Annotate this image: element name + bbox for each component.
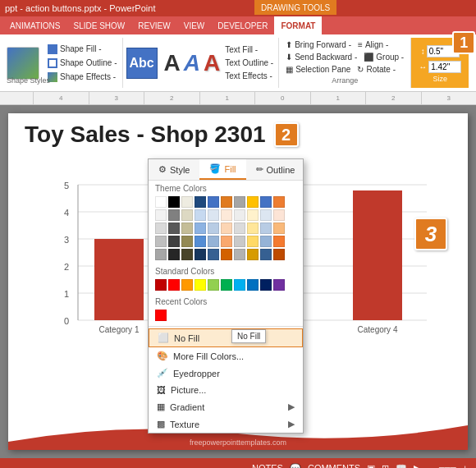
bar-1[interactable] <box>94 239 144 320</box>
slideshow-icon[interactable]: ▶ <box>414 463 420 469</box>
color-swatch[interactable] <box>208 236 219 247</box>
color-swatch[interactable] <box>208 249 219 260</box>
shape-fill-button[interactable]: Shape Fill - <box>46 44 119 55</box>
color-swatch[interactable] <box>273 196 285 208</box>
fill-tab-outline[interactable]: ✏ Outline <box>246 159 305 180</box>
color-swatch[interactable] <box>181 223 193 234</box>
color-swatch[interactable] <box>221 209 232 221</box>
tab-animations[interactable]: ANIMATIONS <box>3 16 66 34</box>
color-swatch[interactable] <box>273 279 285 291</box>
color-swatch[interactable] <box>234 249 245 260</box>
bar-4[interactable] <box>353 190 402 320</box>
color-swatch[interactable] <box>168 249 180 260</box>
color-swatch[interactable] <box>234 223 245 234</box>
tab-format[interactable]: FORMAT <box>274 16 322 34</box>
align-button[interactable]: ≡ Align - <box>356 39 390 50</box>
color-swatch[interactable] <box>208 279 219 291</box>
texture-item[interactable]: ▩ Texture ▶ <box>149 415 303 433</box>
color-swatch[interactable] <box>260 236 272 247</box>
color-swatch[interactable] <box>260 196 272 208</box>
shape-effects-button[interactable]: Shape Effects - <box>46 71 119 83</box>
text-effects-button[interactable]: Text Effects - <box>223 71 275 81</box>
color-swatch[interactable] <box>234 236 245 247</box>
color-swatch[interactable] <box>247 249 259 260</box>
tab-review[interactable]: REVIEW <box>131 16 176 34</box>
color-swatch[interactable] <box>168 279 180 291</box>
color-swatch[interactable] <box>234 196 245 208</box>
color-swatch[interactable] <box>260 249 272 260</box>
color-swatch[interactable] <box>221 279 232 291</box>
color-swatch[interactable] <box>273 249 285 260</box>
color-swatch[interactable] <box>234 279 245 291</box>
color-swatch[interactable] <box>247 279 259 291</box>
picture-item[interactable]: 🖼 Picture... <box>149 382 303 398</box>
width-input[interactable] <box>428 61 461 73</box>
color-swatch[interactable] <box>181 236 193 247</box>
color-swatch[interactable] <box>195 223 206 234</box>
color-swatch[interactable] <box>155 236 167 247</box>
color-swatch[interactable] <box>155 209 167 221</box>
notes-button[interactable]: NOTES <box>252 463 283 468</box>
zoom-slider[interactable]: ━━━ <box>439 463 456 469</box>
color-swatch[interactable] <box>247 196 259 208</box>
bring-forward-button[interactable]: ⬆ Bring Forward - <box>284 39 353 50</box>
tab-slideshow[interactable]: SLIDE SHOW <box>66 16 131 34</box>
color-swatch[interactable] <box>260 223 272 234</box>
text-outline-button[interactable]: Text Outline - <box>223 57 275 68</box>
color-swatch[interactable] <box>168 209 180 221</box>
comments-button[interactable]: COMMENTS <box>308 463 360 468</box>
color-swatch[interactable] <box>195 196 206 208</box>
wordart-a-plain[interactable]: A <box>164 52 181 75</box>
color-swatch[interactable] <box>273 236 285 247</box>
color-swatch[interactable] <box>181 209 193 221</box>
more-fill-colors-item[interactable]: 🎨 More Fill Colors... <box>149 347 303 365</box>
color-swatch[interactable] <box>155 223 167 234</box>
color-swatch[interactable] <box>221 249 232 260</box>
zoom-out-icon[interactable]: − <box>427 463 432 468</box>
rotate-button[interactable]: ↻ Rotate - <box>355 64 397 75</box>
color-swatch[interactable] <box>234 209 245 221</box>
color-swatch[interactable] <box>155 196 167 208</box>
zoom-in-icon[interactable]: + <box>463 463 468 468</box>
color-swatch[interactable] <box>247 209 259 221</box>
color-swatch[interactable] <box>208 223 219 234</box>
text-fill-button[interactable]: Text Fill - <box>223 44 275 55</box>
wordart-a-colored[interactable]: A <box>204 52 220 75</box>
color-swatch[interactable] <box>260 279 272 291</box>
color-swatch[interactable] <box>181 249 193 260</box>
color-swatch[interactable] <box>221 236 232 247</box>
color-swatch[interactable] <box>208 196 219 208</box>
wordart-a-styled[interactable]: A <box>184 52 200 75</box>
send-backward-button[interactable]: ⬇ Send Backward - <box>284 52 359 62</box>
color-swatch[interactable] <box>273 223 285 234</box>
color-swatch[interactable] <box>195 236 206 247</box>
color-swatch[interactable] <box>221 223 232 234</box>
shape-outline-button[interactable]: Shape Outline - <box>46 57 119 69</box>
color-swatch[interactable] <box>247 223 259 234</box>
normal-view-icon[interactable]: ▣ <box>367 463 375 469</box>
fill-tab-style[interactable]: ⚙ Style <box>149 159 199 180</box>
abc-button[interactable]: Abc <box>126 48 158 79</box>
no-fill-item[interactable]: ⬜ No Fill No Fill <box>149 328 303 347</box>
color-swatch[interactable] <box>168 236 180 247</box>
slide-sorter-icon[interactable]: ⊞ <box>382 463 389 469</box>
color-swatch[interactable] <box>221 196 232 208</box>
color-swatch[interactable] <box>247 236 259 247</box>
color-swatch[interactable] <box>181 196 193 208</box>
color-swatch[interactable] <box>181 279 193 291</box>
color-swatch[interactable] <box>155 310 167 321</box>
color-swatch[interactable] <box>208 209 219 221</box>
color-swatch[interactable] <box>260 209 272 221</box>
tab-developer[interactable]: DEVELOPER <box>211 16 274 34</box>
color-swatch[interactable] <box>195 249 206 260</box>
group-button[interactable]: ⬛ Group - <box>362 52 405 62</box>
fill-tab-fill[interactable]: 🪣 Fill <box>199 159 245 180</box>
color-swatch[interactable] <box>155 249 167 260</box>
color-swatch[interactable] <box>195 279 206 291</box>
color-swatch[interactable] <box>195 209 206 221</box>
color-swatch[interactable] <box>155 279 167 291</box>
color-swatch[interactable] <box>273 209 285 221</box>
eyedropper-item[interactable]: 💉 Eyedropper <box>149 365 303 382</box>
color-swatch[interactable] <box>168 196 180 208</box>
gradient-item[interactable]: ▦ Gradient ▶ <box>149 398 303 415</box>
